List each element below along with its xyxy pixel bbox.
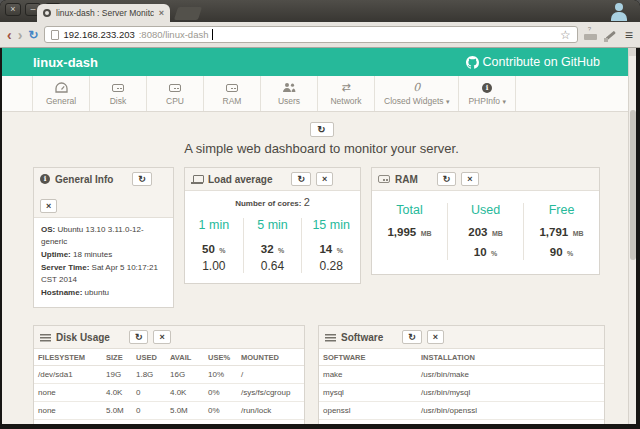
ram-icon (226, 84, 238, 92)
cell: 998M (102, 420, 132, 425)
widget-header: Load average ↻ × (185, 168, 360, 191)
ram-icon (378, 175, 390, 183)
field-label: Uptime: (41, 250, 71, 259)
load-1min-column: 1 min 50 % 1.00 (185, 218, 243, 273)
cores-line: Number of cores: 2 (185, 191, 360, 210)
os-field: OS: Ubuntu 13.10 3.11.0-12-generic (41, 224, 166, 248)
refresh-button[interactable]: ↻ (402, 330, 422, 344)
nav-item-network[interactable]: ⇄ Network (317, 76, 374, 111)
contribute-github-link[interactable]: Contribute on GitHub (466, 55, 600, 69)
eyedropper-icon[interactable] (603, 28, 617, 42)
tab-close-icon[interactable]: × (159, 8, 164, 18)
ram-unit: MB (492, 230, 503, 237)
cell: 19G (102, 366, 132, 384)
ram-unit: MB (421, 230, 432, 237)
table-row: mysql/usr/bin/mysql (319, 384, 604, 402)
cores-label: Number of cores: (235, 199, 301, 208)
cell: 4.0K (166, 384, 204, 402)
ram-percent: 10 (474, 246, 487, 258)
nav-item-closed-widgets[interactable]: 0 Closed Widgets ▾ (374, 76, 458, 111)
load-5min-column: 5 min 32 % 0.64 (243, 218, 302, 273)
table-row: openssl/usr/bin/openssl (319, 402, 604, 420)
load-value: 0.64 (244, 259, 302, 273)
column-header: USE% (204, 349, 237, 366)
ram-value: 1,995 (387, 226, 416, 238)
window-close-button[interactable]: × (5, 3, 21, 16)
close-widget-button[interactable]: × (40, 199, 57, 213)
software-widget: Software ↻ × SOFTWARE INSTALLATION make/… (318, 325, 605, 424)
refresh-all-button[interactable]: ↻ (310, 122, 334, 137)
browser-tab[interactable]: linux-dash : Server Monitc × (37, 4, 170, 22)
load-percent: 50 (202, 243, 215, 255)
contribute-github-label: Contribute on GitHub (483, 55, 600, 69)
address-bar[interactable]: 192.168.233.203:8080/linux-dash ☆ (44, 26, 577, 43)
cell: openssl (319, 402, 417, 420)
close-widget-button[interactable]: × (153, 330, 170, 344)
column-title: 5 min (244, 218, 302, 232)
scrollbar-up-arrow[interactable] (629, 48, 636, 56)
nav-item-phpinfo[interactable]: PHPInfo ▾ (458, 76, 516, 111)
refresh-button[interactable]: ↻ (132, 172, 152, 186)
browser-menu-icon[interactable]: ≡ (625, 28, 633, 42)
url-host: 192.168.233.203 (63, 29, 134, 40)
brand-title: linux-dash (33, 55, 98, 70)
cell: none (34, 420, 102, 425)
cell: none (34, 384, 102, 402)
user-avatar[interactable] (609, 2, 629, 21)
cell: 4.0K (102, 384, 132, 402)
zero-icon: 0 (413, 82, 420, 94)
back-button[interactable]: ‹ (7, 28, 12, 42)
cpu-icon (169, 84, 181, 92)
cell: 0 (132, 420, 166, 425)
chevron-down-icon: ▾ (446, 98, 450, 105)
column-title: Total (372, 203, 447, 217)
refresh-button[interactable]: ↻ (129, 330, 149, 344)
column-header: INSTALLATION (417, 349, 604, 366)
refresh-button[interactable]: ↻ (437, 172, 457, 186)
nav-label: Users (278, 96, 300, 106)
field-label: Hostname: (41, 288, 82, 297)
field-label: Server Time: (41, 263, 89, 272)
field-value: 18 minutes (73, 250, 112, 259)
new-tab-button[interactable] (174, 7, 202, 20)
close-widget-button[interactable]: × (461, 172, 478, 186)
extension-hint: ? (588, 26, 591, 32)
field-label: OS: (41, 225, 55, 234)
load-value: 1.00 (185, 259, 243, 273)
page-viewport: linux-dash Contribute on GitHub General … (2, 48, 636, 424)
scrollbar-thumb[interactable] (630, 110, 636, 260)
refresh-button[interactable]: ↻ (291, 172, 311, 186)
cell: /usr/bin/mysql (417, 384, 604, 402)
field-value: Ubuntu 13.10 3.11.0-12-generic (41, 225, 144, 246)
cell: /usr/bin/openssl (417, 402, 604, 420)
close-widget-button[interactable]: × (427, 330, 444, 344)
avatar-body (611, 12, 627, 21)
reload-button[interactable]: ↻ (28, 28, 38, 42)
url-path: :8080/linux-dash (139, 29, 209, 40)
nav-item-disk[interactable]: Disk (89, 76, 146, 111)
github-icon (466, 56, 479, 69)
nav-item-users[interactable]: Users (260, 76, 317, 111)
widget-header: Disk Usage ↻ × (34, 326, 304, 349)
cell: /run/lock (237, 402, 304, 420)
page-scrollbar[interactable] (628, 48, 636, 424)
general-info-widget: General Info ↻ × OS: Ubuntu 13.10 3.11.0… (33, 167, 174, 308)
nav-item-ram[interactable]: RAM (203, 76, 260, 111)
cell: make (319, 366, 417, 384)
cell: 0% (204, 384, 237, 402)
nav-label: PHPInfo (468, 96, 500, 106)
column-header: FILESYSTEM (34, 349, 102, 366)
cell: python (319, 420, 417, 425)
ram-free-column: Free 1,791 MB 90 % (523, 203, 599, 260)
cell: /sys/fs/cgroup (237, 384, 304, 402)
nav-item-general[interactable]: General (32, 76, 89, 111)
widget-title: General Info (55, 174, 113, 185)
close-widget-button[interactable]: × (316, 172, 333, 186)
extension-icon[interactable]: ? (584, 28, 597, 42)
nav-item-cpu[interactable]: CPU (146, 76, 203, 111)
tab-favicon-icon (43, 9, 51, 17)
laptop-icon (191, 175, 203, 184)
nav-label: Disk (110, 96, 127, 106)
forward-button[interactable]: › (18, 28, 23, 42)
bookmark-star-icon[interactable]: ☆ (560, 28, 571, 42)
